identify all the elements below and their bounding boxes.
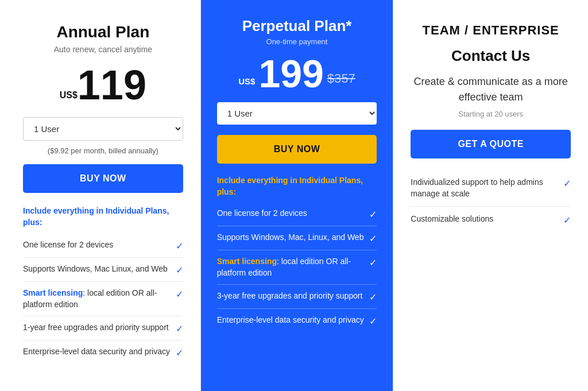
list-item: Smart licensing: local edition OR all-pl… bbox=[217, 250, 377, 285]
check-icon: ✓ bbox=[369, 316, 377, 327]
annual-price-row: US$ 119 bbox=[23, 64, 183, 106]
perpetual-plan-title: Perpetual Plan* bbox=[217, 17, 377, 35]
list-item: Enterprise-level data security and priva… bbox=[217, 309, 377, 332]
enterprise-description: Create & communicate as a more effective… bbox=[411, 74, 571, 105]
perpetual-currency: US$ bbox=[238, 76, 255, 86]
check-icon: ✓ bbox=[176, 347, 183, 358]
enterprise-plan-title: TEAM / ENTERPRISE bbox=[411, 23, 571, 38]
check-icon: ✓ bbox=[176, 289, 183, 300]
list-item: Supports Windows, Mac Linux, and Web ✓ bbox=[23, 258, 183, 282]
annual-plan-column: Annual Plan Auto renew, cancel anytime U… bbox=[0, 0, 201, 391]
annual-plan-subtitle: Auto renew, cancel anytime bbox=[23, 45, 183, 54]
perpetual-plan-column: Perpetual Plan* One-time payment US$ 199… bbox=[201, 0, 393, 391]
feature-text: Supports Windows, Mac, Linux, and Web bbox=[217, 232, 370, 243]
list-item: Customizable solutions ✓ bbox=[411, 207, 571, 233]
list-item: Individualized support to help admins ma… bbox=[411, 170, 571, 207]
perpetual-user-select-wrapper: 1 User 2 Users 5 Users 10 Users bbox=[217, 102, 377, 125]
perpetual-feature-list: One license for 2 devices ✓ Supports Win… bbox=[217, 202, 377, 332]
annual-billing-note: ($9.92 per month, billed annually) bbox=[23, 146, 183, 155]
feature-text: Customizable solutions bbox=[411, 214, 563, 225]
get-quote-button[interactable]: GET A QUOTE bbox=[411, 130, 571, 158]
list-item: 3-year free upgrades and priority suppor… bbox=[217, 285, 377, 309]
feature-text: Enterprise-level data security and priva… bbox=[23, 346, 176, 358]
perpetual-price: 199 bbox=[258, 54, 323, 93]
annual-buy-now-button[interactable]: BUY NOW bbox=[23, 164, 183, 193]
annual-price: 119 bbox=[78, 64, 146, 106]
enterprise-contact-title: Contact Us bbox=[411, 47, 571, 65]
check-icon: ✓ bbox=[369, 257, 377, 268]
annual-currency: US$ bbox=[60, 91, 78, 100]
feature-text: Individualized support to help admins ma… bbox=[411, 177, 563, 199]
check-icon: ✓ bbox=[176, 241, 183, 251]
annual-includes-label: Include everything in Individual Plans, … bbox=[23, 206, 183, 228]
enterprise-starting-note: Starting at 20 users bbox=[411, 110, 571, 118]
list-item: One license for 2 devices ✓ bbox=[23, 234, 183, 258]
check-icon: ✓ bbox=[563, 215, 571, 226]
annual-user-select[interactable]: 1 User 2 Users 5 Users 10 Users bbox=[23, 117, 183, 141]
check-icon: ✓ bbox=[369, 209, 377, 220]
perpetual-buy-now-button[interactable]: BUY NOW bbox=[217, 135, 377, 164]
list-item: Smart licensing: local edition OR all-pl… bbox=[23, 282, 183, 316]
perpetual-includes-label: Include everything in Individual Plans, … bbox=[217, 175, 377, 198]
annual-feature-list: One license for 2 devices ✓ Supports Win… bbox=[23, 234, 183, 364]
perpetual-price-row: US$ 199 $357 bbox=[217, 54, 377, 93]
check-icon: ✓ bbox=[369, 292, 377, 303]
feature-text: Enterprise-level data security and priva… bbox=[217, 315, 370, 326]
list-item: One license for 2 devices ✓ bbox=[217, 202, 377, 226]
check-icon: ✓ bbox=[563, 178, 571, 189]
feature-text: Smart licensing: local edition OR all-pl… bbox=[23, 288, 176, 310]
feature-text: One license for 2 devices bbox=[23, 239, 176, 251]
annual-plan-title: Annual Plan bbox=[23, 23, 183, 41]
feature-text: Supports Windows, Mac Linux, and Web bbox=[23, 264, 176, 275]
feature-text: One license for 2 devices bbox=[217, 208, 370, 219]
list-item: 1-year free upgrades and priority suppor… bbox=[23, 316, 183, 340]
feature-text: 3-year free upgrades and priority suppor… bbox=[217, 291, 370, 302]
enterprise-feature-list: Individualized support to help admins ma… bbox=[411, 170, 571, 233]
perpetual-plan-subtitle: One-time payment bbox=[217, 37, 377, 46]
list-item: Enterprise-level data security and priva… bbox=[23, 340, 183, 364]
perpetual-original-price: $357 bbox=[327, 71, 355, 86]
annual-user-select-wrapper: 1 User 2 Users 5 Users 10 Users bbox=[23, 117, 183, 141]
check-icon: ✓ bbox=[176, 265, 183, 276]
check-icon: ✓ bbox=[369, 233, 377, 244]
feature-text: Smart licensing: local edition OR all-pl… bbox=[217, 256, 370, 278]
list-item: Supports Windows, Mac, Linux, and Web ✓ bbox=[217, 226, 377, 250]
perpetual-user-select[interactable]: 1 User 2 Users 5 Users 10 Users bbox=[217, 102, 377, 125]
enterprise-plan-column: TEAM / ENTERPRISE Contact Us Create & co… bbox=[393, 0, 588, 391]
feature-text: 1-year free upgrades and priority suppor… bbox=[23, 322, 176, 334]
check-icon: ✓ bbox=[176, 323, 183, 334]
